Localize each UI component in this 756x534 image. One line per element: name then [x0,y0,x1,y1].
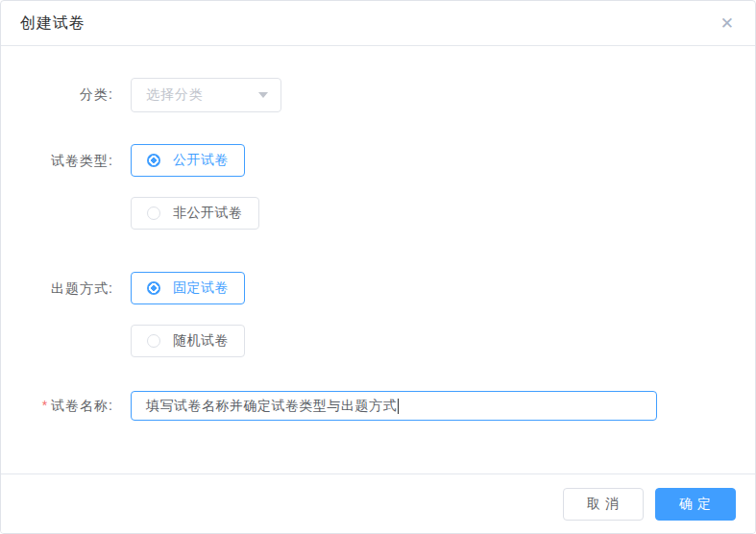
paper-type-label: 试卷类型: [1,144,113,177]
caret-down-icon [258,92,268,98]
paper-name-label-text: 试卷名称: [51,398,113,413]
question-mode-options: 固定试卷 随机试卷 [131,272,245,357]
category-label: 分类: [1,86,113,104]
paper-name-input[interactable]: 填写试卷名称并确定试卷类型与出题方式 [131,391,657,421]
paper-name-label: *试卷名称: [1,398,113,415]
radio-option-public-paper[interactable]: 公开试卷 [131,144,245,177]
required-mark: * [42,398,48,413]
category-select[interactable]: 选择分类 [131,78,281,112]
dialog-title: 创建试卷 [20,13,85,34]
radio-option-random-paper[interactable]: 随机试卷 [131,325,245,357]
question-mode-label: 出题方式: [1,272,113,304]
question-mode-row: 出题方式: 固定试卷 随机试卷 [1,272,755,357]
category-select-placeholder: 选择分类 [146,86,204,104]
dialog-header: 创建试卷 ✕ [1,1,755,46]
radio-unselected-icon [147,206,160,220]
paper-name-row: *试卷名称: 填写试卷名称并确定试卷类型与出题方式 [1,391,755,421]
paper-type-row: 试卷类型: 公开试卷 非公开试卷 [1,144,755,230]
confirm-button[interactable]: 确定 [655,488,736,521]
text-cursor [398,399,399,414]
radio-option-label: 固定试卷 [173,279,229,297]
paper-name-input-value: 填写试卷名称并确定试卷类型与出题方式 [146,398,397,415]
radio-option-label: 公开试卷 [173,152,229,169]
radio-option-fixed-paper[interactable]: 固定试卷 [131,272,245,304]
category-row: 分类: 选择分类 [1,78,755,112]
close-icon[interactable]: ✕ [719,13,736,34]
dialog-footer: 取消 确定 [1,473,755,533]
radio-selected-icon [147,281,160,295]
paper-type-options: 公开试卷 非公开试卷 [131,144,259,230]
dialog-body: 分类: 选择分类 试卷类型: 公开试卷 非公开试卷 出题方式: [1,46,755,473]
cancel-button[interactable]: 取消 [563,488,644,521]
radio-selected-icon [147,154,160,167]
radio-option-label: 非公开试卷 [173,205,243,222]
create-paper-dialog: 创建试卷 ✕ 分类: 选择分类 试卷类型: 公开试卷 非公开试卷 [0,0,756,534]
radio-unselected-icon [147,334,160,348]
radio-option-private-paper[interactable]: 非公开试卷 [131,197,259,230]
radio-option-label: 随机试卷 [173,332,229,350]
